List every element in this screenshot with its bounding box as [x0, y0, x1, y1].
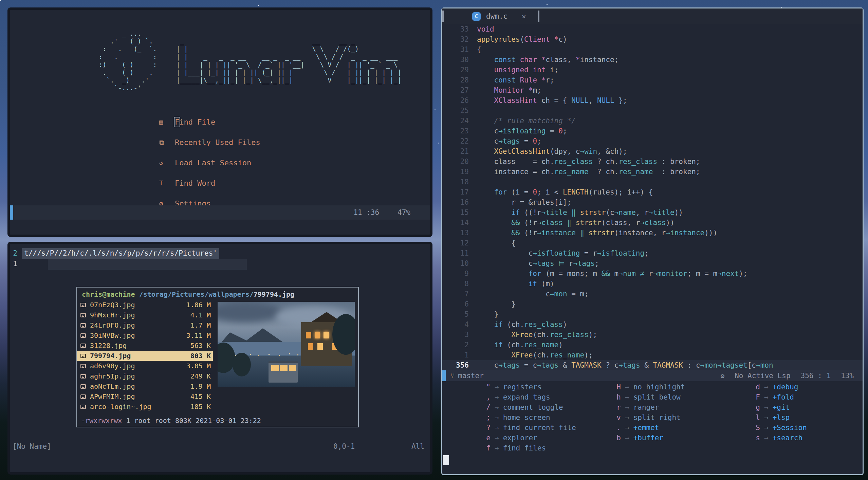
file-row[interactable]: ad6v90y.jpg3.05 M: [77, 361, 213, 371]
file-row[interactable]: 799794.jpg803 K: [77, 351, 213, 361]
menu-item-find-file[interactable]: ▤Find File: [159, 112, 260, 132]
arrow-icon: →: [760, 423, 773, 433]
code-line[interactable]: 9 for (m = mons; m && m→num ≠ r→monitor;…: [442, 269, 863, 279]
mode-indicator-block: [10, 205, 13, 220]
file-row[interactable]: 31228.jpg563 K: [77, 340, 213, 351]
code-line[interactable]: 29 unsigned int i;: [442, 65, 863, 75]
menu-item-recently-used-files[interactable]: ⧉Recently Used Files: [159, 132, 260, 152]
image-file-icon: [80, 405, 86, 409]
ranger-file-browser[interactable]: chris@machine /storag/Pictures/wallpaper…: [76, 287, 359, 427]
git-branch-icon: ⑂: [450, 372, 455, 380]
line-number: 5: [442, 309, 469, 319]
whichkey-description: home screen: [503, 412, 550, 423]
image-file-icon: [80, 374, 86, 379]
whichkey-key: ,: [486, 392, 491, 402]
code-line[interactable]: 25: [442, 106, 863, 116]
line-number: 3: [442, 330, 469, 340]
file-size: 4.1 M: [190, 311, 211, 319]
code-line[interactable]: 10 c→tags ⊨ r→tags;: [442, 258, 863, 269]
code-line[interactable]: 22 c→tags = 0;: [442, 136, 863, 146]
code-line[interactable]: 27 Monitor *m;: [442, 85, 863, 95]
line-number: 31: [442, 44, 469, 55]
code-line[interactable]: 33void: [442, 24, 863, 34]
code-line[interactable]: 23 c→isfloating = 0;: [442, 126, 863, 136]
whichkey-binding: v→split right: [616, 412, 685, 423]
code-line[interactable]: 8 if (m): [442, 279, 863, 289]
line-number: 22: [442, 136, 469, 146]
menu-item-find-word[interactable]: TFind Word: [159, 173, 260, 193]
mode-indicator-block: [442, 370, 446, 381]
code-line[interactable]: 13 && (!r→instance ‖ strstr(instance, r→…: [442, 228, 863, 238]
scratch-window[interactable]: 2 t///s/P//2/h/c/.l/s/n/s/p/p/s/r/r/s/Pi…: [7, 242, 432, 475]
code-line[interactable]: 3 XFree(ch.res_class);: [442, 330, 863, 340]
file-row[interactable]: arco-login~.jpg185 K: [77, 402, 213, 412]
whichkey-binding: H→no highlight: [616, 382, 685, 392]
code-line[interactable]: 28 const Rule *r;: [442, 75, 863, 85]
code-line[interactable]: 12 {: [442, 238, 863, 248]
code-line-current[interactable]: 356 c→tags = c→tags & TAGMASK ? c→tags &…: [442, 360, 863, 370]
whichkey-key: s: [755, 433, 760, 443]
code-line[interactable]: 18: [442, 177, 863, 187]
file-size: 803 K: [190, 352, 211, 360]
line-number: 24: [442, 116, 469, 126]
file-row[interactable]: 9hMxcHr.jpg4.1 M: [77, 310, 213, 320]
code-text: if ((!r→title ‖ strstr(c→name, r→title)): [469, 207, 683, 218]
arrow-icon: →: [491, 392, 503, 402]
code-line[interactable]: 1 XFree(ch.res_name);: [442, 350, 863, 360]
file-row[interactable]: APwFMIM.jpg415 K: [77, 391, 213, 402]
line-number: 12: [442, 238, 469, 248]
whichkey-binding: r→ranger: [616, 402, 685, 412]
code-line[interactable]: 30 const char *class, *instance;: [442, 55, 863, 65]
arrow-icon: →: [491, 423, 503, 433]
code-line[interactable]: 21 XGetClassHint(dpy, c→win, &ch);: [442, 146, 863, 156]
dashboard-window[interactable]: _ ... _ .' ( ) `. _ __ __ _ : . (_ `. | …: [7, 7, 432, 237]
whichkey-description: explorer: [503, 433, 537, 443]
code-line[interactable]: 7 c→mon = m;: [442, 289, 863, 299]
arrow-icon: →: [491, 402, 503, 412]
whichkey-description: +emmet: [633, 423, 659, 433]
whichkey-binding: S→+Session: [755, 423, 807, 433]
code-line[interactable]: 5 }: [442, 309, 863, 319]
file-row[interactable]: 24LrDFQ.jpg1.7 M: [77, 320, 213, 330]
editor-window[interactable]: C dwm.c ✕ 33void32applyrules(Client *c)3…: [441, 7, 864, 475]
code-line[interactable]: 6 }: [442, 299, 863, 309]
code-line[interactable]: 11 c→isfloating = r→isfloating;: [442, 248, 863, 258]
file-row[interactable]: aghr5Ip.jpg249 K: [77, 371, 213, 381]
file-row[interactable]: 07nEzQ3.jpg1.86 M: [77, 300, 213, 310]
code-line[interactable]: 2 if (ch.res_name): [442, 340, 863, 350]
tab-dwm-c[interactable]: C dwm.c ✕: [444, 8, 538, 24]
ranger-file-info: -rwxrwxrwx 1 root root 803K 2021-03-01 2…: [81, 417, 261, 425]
tab-close-icon[interactable]: ✕: [522, 12, 526, 20]
code-line[interactable]: 31{: [442, 44, 863, 55]
code-line[interactable]: 24 /* rule matching */: [442, 116, 863, 126]
code-line[interactable]: 19 instance = ch.res_name ? ch.res_name …: [442, 167, 863, 177]
code-buffer[interactable]: 33void32applyrules(Client *c)31{30 const…: [442, 24, 863, 370]
arrow-icon: →: [760, 433, 773, 443]
arrow-icon: →: [621, 402, 633, 412]
code-line[interactable]: 4 if (ch.res_class): [442, 319, 863, 330]
code-line[interactable]: 32applyrules(Client *c): [442, 34, 863, 44]
whichkey-description: +git: [773, 402, 790, 412]
ranger-current-file: 799794.jpg: [254, 290, 294, 298]
code-text: {: [469, 238, 516, 248]
line-number: 32: [442, 34, 469, 44]
code-text: if (m): [469, 279, 554, 289]
code-line[interactable]: 26 XClassHint ch = { NULL, NULL };: [442, 95, 863, 106]
code-line[interactable]: 17 for (i = 0; i < LENGTH(rules); i++) {: [442, 187, 863, 197]
buffer-name: [No Name]: [13, 442, 51, 450]
code-line[interactable]: 16 r = &rules[i];: [442, 197, 863, 207]
file-row[interactable]: aoNcTLm.jpg1.9 M: [77, 381, 213, 391]
menu-item-load-last-session[interactable]: ↺Load Last Session: [159, 152, 260, 173]
code-text: const char *class, *instance;: [469, 55, 618, 65]
line-number: 21: [442, 146, 469, 156]
menu-item-label: Find File: [175, 118, 215, 126]
whichkey-column: d→+debugF→+foldg→+gitl→+lspS→+Sessions→+…: [755, 382, 807, 443]
code-text: [469, 177, 477, 187]
code-line[interactable]: 20 class = ch.res_class ? ch.res_class :…: [442, 156, 863, 167]
code-line[interactable]: 14 && (!r→class ‖ strstr(class, r→class)…: [442, 218, 863, 228]
code-line[interactable]: 15 if ((!r→title ‖ strstr(c→name, r→titl…: [442, 207, 863, 218]
line-number: 19: [442, 167, 469, 177]
file-row[interactable]: 30iNVBw.jpg3.11 M: [77, 330, 213, 340]
arrow-icon: →: [760, 392, 773, 402]
buffer-line-2[interactable]: 2 t///s/P//2/h/c/.l/s/n/s/p/p/s/r/r/s/Pi…: [10, 248, 430, 259]
